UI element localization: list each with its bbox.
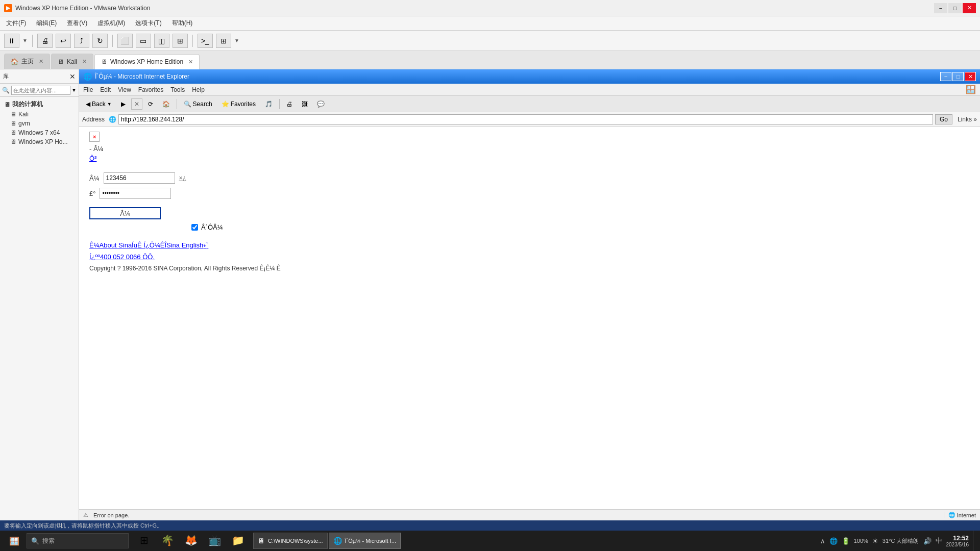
tab-kali[interactable]: 🖥 Kali ✕ [51,54,93,69]
vmware-minimize-button[interactable]: − [934,3,947,13]
system-clock[interactable]: 12:52 2023/5/16 [946,535,969,547]
tab-winxp[interactable]: 🖥 Windows XP Home Edition ✕ [94,54,200,69]
menu-edit[interactable]: 编辑(E) [34,18,59,29]
username-field-row: Â¼ ×¿ [89,172,970,184]
sidebar-item-kali[interactable]: 🖥 Kali [2,110,77,119]
ie-search-label: Search [193,101,212,108]
battery-tray-icon[interactable]: 🔋 [842,537,850,545]
ie-back-icon: ◀ [86,101,90,108]
sidebar-item-winxp[interactable]: 🖥 Windows XP Ho... [2,137,77,146]
toolbar-layout3-button[interactable]: ◫ [154,34,169,48]
ie-refresh-button[interactable]: ⟳ [144,98,157,110]
ie-forward-icon: ▶ [121,101,126,108]
menu-vm[interactable]: 虚拟机(M) [95,18,127,29]
menu-help[interactable]: 帮助(H) [170,18,195,29]
sidebar-item-gvm[interactable]: 🖥 gvm [2,119,77,128]
ie-back-dropdown-icon[interactable]: ▼ [107,102,112,107]
settings-dropdown[interactable]: ▼ [234,38,239,43]
toolbar-settings-button[interactable]: ⊞ [216,34,231,48]
ie-menu-file[interactable]: File [83,86,93,93]
vmware-maximize-button[interactable]: □ [948,3,962,13]
ie-discuss-button[interactable]: 💬 [313,98,328,110]
toolbar-pause-button[interactable]: ⏸ [4,34,19,48]
tab-kali-close[interactable]: ✕ [82,58,87,65]
kali-tab-icon: 🖥 [58,58,64,65]
page-garbled-link[interactable]: Ô³ [89,155,96,162]
ie-favorites-button[interactable]: ⭐ Favorites [218,98,259,110]
vmware-close-button[interactable]: ✕ [963,3,976,13]
weather-icon[interactable]: ☀ [872,537,878,545]
about-sina-link[interactable]: Ê¼About SinaÍuÊ Í¿Ô¼ÊÎSina Englishׯʿ [89,241,970,249]
ie-media-button[interactable]: 🎵 [261,98,276,110]
username-input[interactable] [104,172,175,184]
taskbar-app-remote[interactable]: 📺 [203,531,226,551]
ie-addressbar: Address 🌐 Go Links » [79,112,980,127]
ie-minimize-button[interactable]: − [940,72,951,81]
ie-print-button[interactable]: 🖨 [283,98,296,110]
ie-stop-button[interactable]: ✕ [131,98,142,110]
address-go-button[interactable]: Go [935,114,952,124]
tab-winxp-close[interactable]: ✕ [188,59,193,65]
taskbar-search-box[interactable]: 🔍 搜索 [27,533,129,548]
ie-maximize-button[interactable]: □ [952,72,964,81]
menu-tabs[interactable]: 选项卡(T) [133,18,163,29]
ie-image-button[interactable]: 🖼 [298,98,311,110]
remember-checkbox[interactable] [191,224,198,231]
toolbar-fwd-button[interactable]: ⤴ [74,34,89,48]
contact-link[interactable]: Í¿ºº400 052 0066 ÔÔ. [89,253,970,261]
toolbar-layout4-button[interactable]: ⊞ [173,34,188,48]
address-icon: 🌐 [109,116,116,123]
ie-close-button[interactable]: ✕ [965,72,976,81]
ie-menu-favorites[interactable]: Favorites [138,86,163,93]
taskbar-app-firefox[interactable]: 🦊 [180,531,202,551]
taskbar-app-forest[interactable]: 🌴 [156,531,179,551]
volume-tray-icon[interactable]: 🔊 [923,537,932,545]
ie-menu-edit[interactable]: Edit [100,86,111,93]
start-button[interactable]: 🪟 [4,531,24,551]
toolbar-console-button[interactable]: >_ [198,34,213,48]
toolbar-layout2-button[interactable]: ▭ [136,34,151,48]
sidebar-search-dropdown[interactable]: ▼ [71,87,77,93]
toolbar-back-button[interactable]: ↩ [56,34,71,48]
submit-button[interactable]: Â¼ [89,207,161,219]
network-tray-icon[interactable]: 🌐 [829,537,838,545]
running-app-cmd[interactable]: 🖥 C:\WINDOWS\syste... [253,533,328,549]
clear-button[interactable]: ×¿ [179,174,186,182]
show-desktop-button[interactable] [973,531,976,551]
sidebar-search-input[interactable] [11,86,70,95]
task-view-icon: ⊞ [140,534,149,546]
tray-expand-icon[interactable]: ∧ [820,537,825,545]
vmware-icon: ▶ [4,4,12,12]
ie-back-button[interactable]: ◀ Back ▼ [82,98,115,110]
toolbar-print-button[interactable]: 🖨 [37,34,53,48]
ie-menubar: File Edit View Favorites Tools Help 🪟 [79,84,980,96]
password-field-row: £° [89,188,970,199]
tab-home-close[interactable]: ✕ [39,58,43,65]
toolbar-layout1-button[interactable]: ⬜ [117,34,133,48]
tab-home[interactable]: 🏠 主页 ✕ [4,54,50,69]
menu-file[interactable]: 文件(F) [4,18,28,29]
ie-search-button[interactable]: 🔍 Search [180,98,216,110]
taskbar-app-files[interactable]: 📁 [227,531,249,551]
sidebar-item-mycomputer[interactable]: 🖥 我的计算机 [2,99,77,110]
sidebar-close-icon[interactable]: ✕ [69,72,76,81]
password-input[interactable] [100,188,171,199]
taskbar-search-text: 搜索 [42,537,55,545]
address-input[interactable] [118,114,933,124]
taskbar-app-task-view[interactable]: ⊞ [133,531,155,551]
sidebar-search-icon: 🔍 [2,87,10,94]
ie-content[interactable]: ✕ - Â¼ Ô³ Â¼ ×¿ £° [79,127,980,509]
ie-menu-tools[interactable]: Tools [170,86,185,93]
ie-menu-help[interactable]: Help [192,86,205,93]
running-app-ie[interactable]: 🌐 Î´Ôµ¼ - Microsoft I... [329,533,401,549]
sidebar-item-win7[interactable]: 🖥 Windows 7 x64 [2,128,77,137]
menu-view[interactable]: 查看(V) [65,18,89,29]
ie-menu-view[interactable]: View [118,86,131,93]
ie-back-label: Back [92,101,106,108]
remote-app-icon: 📺 [208,534,221,546]
ie-home-button[interactable]: 🏠 [159,98,174,110]
ie-forward-button[interactable]: ▶ [117,98,129,110]
ime-icon[interactable]: 中 [936,536,942,545]
toolbar-refresh-button[interactable]: ↻ [92,34,108,48]
pause-dropdown[interactable]: ▼ [22,38,28,43]
